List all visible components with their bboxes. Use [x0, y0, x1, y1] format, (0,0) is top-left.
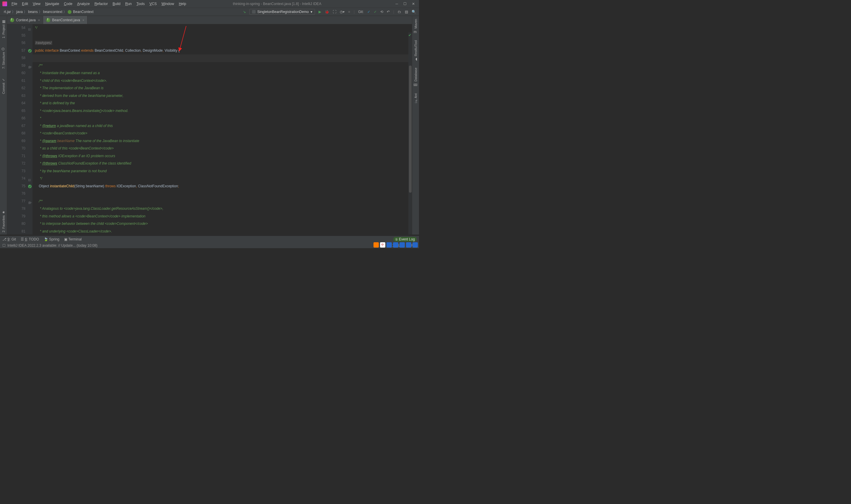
- menu-edit[interactable]: Edit: [20, 1, 30, 7]
- tool-button-favorites[interactable]: 2: Favorites ★: [1, 208, 6, 235]
- menu-refactor[interactable]: Refactor: [92, 1, 110, 7]
- code-line[interactable]: * @throws ClassNotFoundException if the …: [35, 160, 412, 167]
- close-tab-icon[interactable]: ×: [83, 18, 84, 22]
- code-line[interactable]: * @throws IOException if an IO problem o…: [35, 152, 412, 160]
- line-number[interactable]: 65: [7, 107, 25, 115]
- code-line[interactable]: * child of this <code>BeanContext</code>…: [35, 77, 412, 85]
- menu-navigate[interactable]: Navigate: [43, 1, 61, 7]
- breadcrumb-item[interactable]: rt.jar: [3, 10, 12, 14]
- line-number[interactable]: 71: [7, 152, 25, 160]
- git-commit-icon[interactable]: ✓: [374, 10, 377, 14]
- minimize-icon[interactable]: ─: [395, 2, 398, 6]
- run-configuration-select[interactable]: SingletonBeanRegistrationDemo ▾: [249, 9, 315, 15]
- search-icon[interactable]: 🔍: [412, 10, 416, 14]
- menu-view[interactable]: View: [31, 1, 42, 7]
- line-number[interactable]: 75: [7, 183, 25, 190]
- line-number[interactable]: 54⊟: [7, 24, 25, 32]
- line-number[interactable]: 63: [7, 92, 25, 100]
- line-number[interactable]: 68: [7, 130, 25, 137]
- implements-gutter-icon[interactable]: [28, 184, 32, 188]
- status-indicator-icon[interactable]: ☐: [2, 244, 6, 248]
- breadcrumb-item[interactable]: beans: [27, 10, 39, 14]
- tool-button-restfultool[interactable]: ☁ RestfulTool: [413, 38, 418, 64]
- git-history-icon[interactable]: ⟲: [380, 10, 383, 14]
- menu-tools[interactable]: Tools: [134, 1, 147, 7]
- code-line[interactable]: * <code>BeanContext</code>: [35, 130, 412, 137]
- settings-icon[interactable]: ▤: [405, 10, 408, 14]
- line-number[interactable]: 78: [7, 205, 25, 213]
- line-number[interactable]: 76: [7, 190, 25, 198]
- line-number[interactable]: 64: [7, 100, 25, 107]
- terminal-button[interactable]: ▣ Terminal: [64, 237, 82, 241]
- menu-build[interactable]: Build: [110, 1, 123, 7]
- breadcrumb-item[interactable]: java: [15, 10, 24, 14]
- line-number[interactable]: 59⊟⊫: [7, 62, 25, 70]
- run-icon[interactable]: ▶: [319, 10, 321, 14]
- code-line[interactable]: * by the beanName parameter is not found: [35, 167, 412, 175]
- code-line[interactable]: [35, 190, 412, 198]
- tray-icon[interactable]: [399, 242, 405, 248]
- code-line[interactable]: /**: [35, 62, 412, 70]
- menu-code[interactable]: Code: [62, 1, 74, 7]
- implements-gutter-icon[interactable]: [28, 49, 32, 53]
- code-line[interactable]: * and underlying <code>ClassLoader</code…: [35, 228, 412, 235]
- code-line[interactable]: [35, 54, 412, 62]
- code-line[interactable]: * Instantiate the javaBean named as a: [35, 69, 412, 77]
- todo-button[interactable]: ☰ 6: TODO: [21, 237, 39, 241]
- code-line[interactable]: * as a child of this <code>BeanContext</…: [35, 145, 412, 152]
- tray-icon[interactable]: [413, 242, 418, 248]
- code-line[interactable]: [35, 32, 412, 40]
- tool-button-database[interactable]: 🗄 Database: [413, 65, 418, 89]
- line-number[interactable]: 77⊟⊫: [7, 198, 25, 205]
- tray-icon[interactable]: [386, 242, 392, 248]
- tray-icon[interactable]: [406, 242, 411, 248]
- line-number[interactable]: 72: [7, 160, 25, 167]
- tool-button-project[interactable]: 1: Project ▦: [1, 17, 6, 40]
- event-log-button[interactable]: ① Event Log: [393, 237, 417, 242]
- code-line[interactable]: * derived from the value of the beanName…: [35, 92, 412, 100]
- stop-icon[interactable]: ■: [348, 10, 350, 14]
- line-number[interactable]: 79: [7, 213, 25, 220]
- code-editor[interactable]: 54⊟5556575859⊟⊫6061626364656667686970717…: [7, 24, 412, 235]
- line-number[interactable]: 80: [7, 220, 25, 228]
- editor-tab[interactable]: BeanContext.java×: [43, 16, 88, 24]
- code-line[interactable]: /rawtypes/: [35, 39, 412, 47]
- tool-button-structure[interactable]: 7: Structure ⌬: [1, 44, 6, 71]
- code-line[interactable]: * Analagous to <code>java.lang.ClassLoad…: [35, 205, 412, 213]
- tool-button-ant[interactable]: 🐜 Ant: [413, 91, 418, 106]
- line-number[interactable]: 66: [7, 115, 25, 122]
- line-number[interactable]: 58: [7, 54, 25, 62]
- tray-icon[interactable]: [374, 242, 379, 248]
- open-recent-icon[interactable]: 🗀: [398, 10, 401, 14]
- line-number[interactable]: 81: [7, 228, 25, 235]
- line-number[interactable]: 74⊟: [7, 175, 25, 183]
- close-icon[interactable]: ✕: [412, 2, 415, 6]
- editor-tab[interactable]: Context.java×: [7, 16, 43, 24]
- line-number[interactable]: 69: [7, 137, 25, 145]
- debug-icon[interactable]: 🐞: [325, 10, 329, 14]
- code-line[interactable]: */: [35, 24, 412, 32]
- profile-icon[interactable]: ◷▾: [340, 10, 345, 14]
- line-number[interactable]: 67: [7, 122, 25, 130]
- breadcrumb-item[interactable]: beancontext: [42, 10, 63, 14]
- menu-file[interactable]: File: [10, 1, 19, 7]
- menu-analyze[interactable]: Analyze: [75, 1, 92, 7]
- code-line[interactable]: */: [35, 175, 412, 183]
- git-update-icon[interactable]: ✓: [367, 10, 370, 14]
- git-branch-button[interactable]: ⎇ 9: Git: [2, 237, 16, 241]
- tool-button-commit[interactable]: Commit ✓: [1, 75, 6, 96]
- line-number[interactable]: 55: [7, 32, 25, 40]
- tray-ime-icon[interactable]: 中: [380, 242, 385, 248]
- coverage-icon[interactable]: ⛶: [333, 10, 336, 14]
- breadcrumb-item[interactable]: BeanContext: [67, 10, 94, 14]
- menu-run[interactable]: Run: [123, 1, 134, 7]
- code-line[interactable]: *: [35, 115, 412, 122]
- code-line[interactable]: * The implementation of the JavaBean is: [35, 85, 412, 92]
- spring-button[interactable]: 🍃 Spring: [44, 237, 59, 241]
- maximize-icon[interactable]: ☐: [403, 2, 406, 6]
- code-line[interactable]: /**: [35, 198, 412, 205]
- menu-vcs[interactable]: VCS: [147, 1, 159, 7]
- line-number[interactable]: 62: [7, 85, 25, 92]
- code-content[interactable]: */ /rawtypes/public interface BeanContex…: [33, 24, 412, 235]
- code-line[interactable]: * @return a javaBean named as a child of…: [35, 122, 412, 130]
